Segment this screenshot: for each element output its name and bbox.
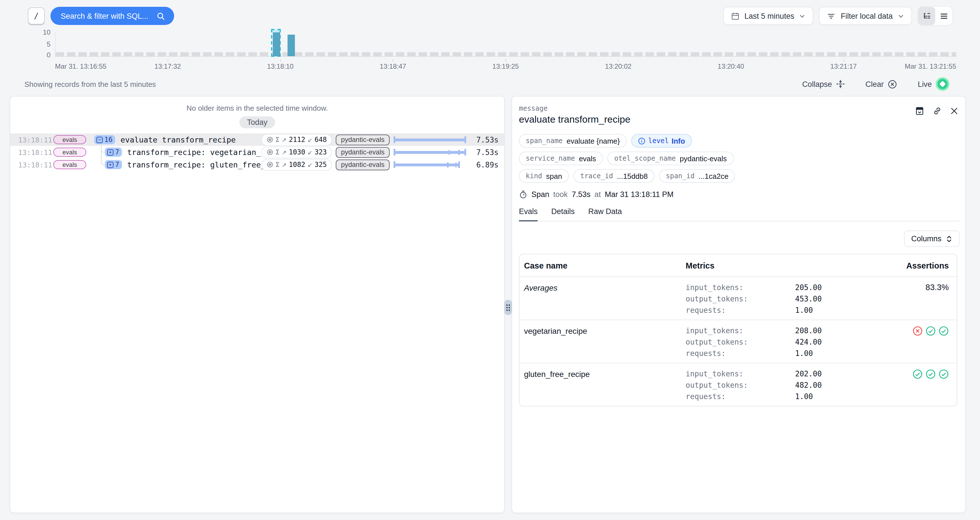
output-tokens: 648 bbox=[315, 136, 327, 144]
col-metrics: Metrics bbox=[686, 261, 869, 270]
token-usage-pill: Σ ↗1030 ↙323 bbox=[261, 146, 332, 158]
close-panel-button[interactable] bbox=[950, 107, 958, 115]
date-chip[interactable]: Today bbox=[240, 116, 275, 128]
span-name-chip[interactable]: span_name evaluate {name} bbox=[519, 134, 627, 148]
expand-children-chip[interactable]: + 7 bbox=[105, 148, 122, 157]
slash-shortcut-key[interactable]: / bbox=[28, 7, 45, 24]
row-right: Σ ↗1082 ↙325 pydantic-evals 6.89s bbox=[261, 159, 498, 171]
table-toolbar: Columns bbox=[519, 230, 959, 247]
trace-id-chip[interactable]: trace_id ...15ddb8 bbox=[573, 169, 654, 183]
histogram-plot[interactable] bbox=[55, 32, 956, 57]
level-chip[interactable]: level Info bbox=[631, 134, 692, 148]
row-timestamp: 13:18:11 bbox=[18, 136, 45, 144]
empty-window-notice: No older items in the selected time wind… bbox=[10, 104, 504, 112]
duration-bar bbox=[394, 148, 465, 156]
span-id-chip[interactable]: span_id ...1ca2ce bbox=[659, 169, 735, 183]
case-name: Averages bbox=[524, 282, 686, 316]
live-toggle-button[interactable]: Live bbox=[914, 77, 953, 91]
trace-row-child[interactable]: 13:18:11 evals + 7 transform_recipe: veg… bbox=[10, 146, 504, 158]
panel-resize-handle[interactable] bbox=[504, 300, 512, 315]
input-tokens: 1030 bbox=[289, 148, 305, 156]
col-case-name: Case name bbox=[524, 261, 686, 270]
assertion-fail-icon bbox=[913, 326, 923, 336]
tab-raw-data[interactable]: Raw Data bbox=[589, 207, 622, 221]
x-tick-label: 13:20:02 bbox=[605, 62, 632, 70]
table-row-gluten-free-recipe[interactable]: gluten_free_recipe input_tokens:202.00 o… bbox=[520, 363, 957, 406]
scope-tag[interactable]: pydantic-evals bbox=[336, 159, 390, 170]
service-name-chip[interactable]: service_name evals bbox=[519, 152, 603, 165]
tab-details[interactable]: Details bbox=[551, 207, 575, 221]
filter-icon bbox=[827, 12, 836, 20]
close-icon bbox=[950, 107, 958, 115]
filter-label: Filter local data bbox=[841, 12, 892, 20]
output-tokens-arrow-icon: ↙ bbox=[307, 137, 312, 143]
search-button-label: Search & filter with SQL... bbox=[61, 12, 148, 20]
evals-badge[interactable]: evals bbox=[53, 135, 86, 144]
detail-title: evaluate transform_recipe bbox=[519, 114, 915, 126]
histogram-bar bbox=[272, 32, 280, 56]
x-tick-label: 13:19:25 bbox=[492, 62, 519, 70]
time-range-button[interactable]: Last 5 minutes bbox=[723, 7, 813, 25]
token-usage-pill: Σ ↗1082 ↙325 bbox=[261, 159, 332, 171]
columns-button[interactable]: Columns bbox=[904, 230, 959, 247]
table-row-averages[interactable]: Averages input_tokens:205.00 output_toke… bbox=[520, 277, 957, 320]
chevron-down-icon bbox=[898, 13, 904, 19]
collapse-button[interactable]: Collapse bbox=[799, 79, 848, 89]
trace-rows: 13:18:11 evals − 16 evaluate transform_r… bbox=[10, 133, 504, 171]
assertion-pass-icon bbox=[939, 326, 949, 336]
span-detail-panel: message evaluate transform_recipe bbox=[512, 96, 966, 513]
panel-divider bbox=[505, 96, 512, 513]
kind-chip[interactable]: kind span bbox=[519, 169, 569, 183]
list-view-button[interactable] bbox=[935, 7, 952, 25]
otel-scope-chip[interactable]: otel_scope_name pydantic-evals bbox=[608, 152, 733, 165]
input-tokens-arrow-icon: ↗ bbox=[282, 161, 287, 168]
metrics-cell: input_tokens:208.00 output_tokens:424.00… bbox=[686, 325, 869, 359]
assertion-pass-icon bbox=[926, 326, 936, 336]
y-tick-label: 10 bbox=[38, 29, 51, 36]
assertion-pass-icon bbox=[913, 369, 923, 379]
evals-badge[interactable]: evals bbox=[53, 160, 86, 169]
expand-children-chip[interactable]: + 7 bbox=[105, 160, 122, 169]
row-right: Σ ↗1030 ↙323 pydantic-evals 7.53s bbox=[261, 146, 498, 158]
tab-evals[interactable]: Evals bbox=[519, 207, 538, 221]
chevron-down-icon bbox=[799, 13, 806, 19]
row-main: + 7 transform_recipe: vegetarian_recipe bbox=[94, 148, 261, 157]
duration-bar bbox=[394, 161, 465, 169]
assertions-cell: 83.3% bbox=[869, 282, 949, 316]
trace-row-child[interactable]: 13:18:11 evals + 7 transform_recipe: glu… bbox=[10, 158, 504, 171]
list-view-icon bbox=[939, 12, 948, 20]
evals-badge[interactable]: evals bbox=[53, 148, 86, 157]
assertions-cell bbox=[869, 325, 949, 359]
collapse-children-chip[interactable]: − 16 bbox=[94, 135, 115, 144]
case-name: gluten_free_recipe bbox=[524, 368, 686, 402]
col-assertions: Assertions bbox=[869, 261, 949, 270]
x-tick-label: 13:18:47 bbox=[380, 62, 406, 70]
assertion-icons bbox=[913, 326, 949, 336]
assertions-percent: 83.3% bbox=[926, 283, 949, 292]
live-indicator-icon bbox=[936, 77, 950, 91]
detail-header: message evaluate transform_recipe bbox=[519, 104, 959, 126]
copy-link-button[interactable] bbox=[932, 106, 942, 116]
link-icon bbox=[932, 106, 942, 116]
metrics-cell: input_tokens:205.00 output_tokens:453.00… bbox=[686, 282, 869, 316]
scope-tag[interactable]: pydantic-evals bbox=[336, 147, 390, 158]
child-count: 7 bbox=[115, 161, 119, 169]
row-timestamp: 13:18:11 bbox=[18, 148, 45, 156]
timeline-histogram: 10 5 0 Mar 31. 13:16:55 13:17:32 13:18:1… bbox=[55, 32, 956, 73]
clear-button[interactable]: Clear bbox=[862, 79, 901, 89]
view-mode-toggle bbox=[918, 6, 953, 26]
dock-panel-button[interactable] bbox=[915, 106, 924, 116]
tree-view-button[interactable] bbox=[918, 7, 935, 25]
table-row-vegetarian-recipe[interactable]: vegetarian_recipe input_tokens:208.00 ou… bbox=[520, 320, 957, 363]
logfire-live-view: / Search & filter with SQL... Last 5 min… bbox=[0, 0, 980, 520]
trace-list-panel: No older items in the selected time wind… bbox=[10, 96, 505, 513]
attribute-chips: span_name evaluate {name} level Info ser… bbox=[519, 134, 959, 183]
sigma-icon: Σ bbox=[275, 148, 280, 156]
filter-local-data-button[interactable]: Filter local data bbox=[819, 7, 912, 25]
trace-row-root[interactable]: 13:18:11 evals − 16 evaluate transform_r… bbox=[10, 133, 504, 146]
scope-tag[interactable]: pydantic-evals bbox=[336, 134, 390, 145]
record-kind-label: message bbox=[519, 104, 915, 112]
search-button[interactable]: Search & filter with SQL... bbox=[51, 7, 174, 25]
detail-tabs: Evals Details Raw Data bbox=[519, 207, 959, 222]
case-name: vegetarian_recipe bbox=[524, 325, 686, 359]
